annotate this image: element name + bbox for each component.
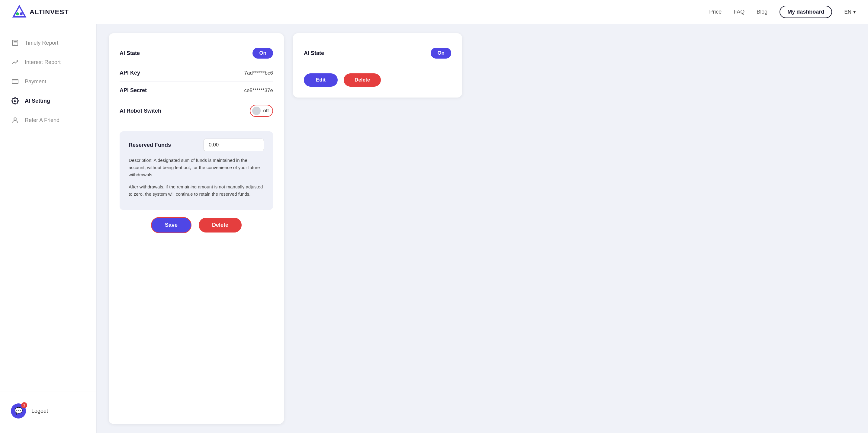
nav-faq[interactable]: FAQ xyxy=(734,9,744,15)
svg-marker-0 xyxy=(13,6,25,17)
reserved-section-bg: Reserved Funds Description: A designated… xyxy=(120,131,273,210)
layout: Timely Report Interest Report Payment xyxy=(0,24,868,433)
right-ai-state-label: AI State xyxy=(304,50,324,57)
sidebar-item-ai-setting[interactable]: AI Setting xyxy=(0,91,96,111)
ai-state-label: AI State xyxy=(120,50,140,57)
sidebar-item-label: Refer A Friend xyxy=(25,117,60,124)
reserved-description-1: Description: A designated sum of funds i… xyxy=(129,157,264,179)
svg-point-10 xyxy=(14,118,16,120)
ai-robot-row: AI Robot Switch off xyxy=(120,99,273,122)
api-key-row: API Key 7ad******bc6 xyxy=(120,64,273,82)
right-actions: Edit Delete xyxy=(304,73,451,87)
topnav: ALTINVEST Price FAQ Blog My dashboard EN… xyxy=(0,0,868,24)
card-inner: AI State On API Key 7ad******bc6 API Sec… xyxy=(109,33,284,131)
chat-icon: 💬 xyxy=(14,407,23,415)
api-secret-label: API Secret xyxy=(120,87,147,94)
reserved-funds-label: Reserved Funds xyxy=(129,142,171,148)
save-button[interactable]: Save xyxy=(151,217,191,233)
action-row: Save Delete xyxy=(109,210,284,240)
ai-state-row: AI State On xyxy=(120,42,273,64)
svg-point-2 xyxy=(20,12,23,16)
svg-point-9 xyxy=(14,100,16,102)
gear-icon xyxy=(11,97,19,105)
sidebar-item-refer-friend[interactable]: Refer A Friend xyxy=(0,111,96,130)
nav-price[interactable]: Price xyxy=(709,9,721,15)
document-icon xyxy=(11,39,19,47)
logo-text: ALTINVEST xyxy=(30,8,69,16)
toggle-circle xyxy=(252,106,261,115)
right-ai-state-row: AI State On xyxy=(304,42,451,64)
svg-rect-7 xyxy=(12,80,18,84)
sidebar-bottom: 💬 1 Logout xyxy=(0,392,96,424)
svg-point-1 xyxy=(16,12,19,16)
sidebar-item-label: AI Setting xyxy=(25,98,50,104)
reserved-funds-row: Reserved Funds xyxy=(129,138,264,151)
sidebar: Timely Report Interest Report Payment xyxy=(0,24,97,433)
main-content: AI State On API Key 7ad******bc6 API Sec… xyxy=(97,24,868,433)
logo: ALTINVEST xyxy=(12,5,69,19)
nav-links: Price FAQ Blog My dashboard EN ▾ xyxy=(709,6,856,18)
ai-state-toggle[interactable]: On xyxy=(252,48,273,59)
nav-language[interactable]: EN ▾ xyxy=(844,9,856,15)
api-key-value: 7ad******bc6 xyxy=(244,70,273,76)
sidebar-item-payment[interactable]: Payment xyxy=(0,72,96,91)
chevron-down-icon: ▾ xyxy=(853,9,856,15)
sidebar-item-interest-report[interactable]: Interest Report xyxy=(0,53,96,72)
sidebar-item-label: Payment xyxy=(25,79,46,85)
edit-button[interactable]: Edit xyxy=(304,73,338,87)
chat-bubble[interactable]: 💬 1 xyxy=(11,403,26,419)
sidebar-item-label: Timely Report xyxy=(25,40,58,46)
api-secret-value: ce5******37e xyxy=(244,88,273,94)
chart-icon xyxy=(11,58,19,66)
left-panel: AI State On API Key 7ad******bc6 API Sec… xyxy=(109,33,284,424)
logout-label: Logout xyxy=(31,408,48,414)
reserved-funds-section: Reserved Funds Description: A designated… xyxy=(109,131,284,210)
sidebar-item-timely-report[interactable]: Timely Report xyxy=(0,33,96,53)
right-card: AI State On Edit Delete xyxy=(293,33,462,97)
right-ai-state-toggle[interactable]: On xyxy=(431,48,451,59)
right-delete-button[interactable]: Delete xyxy=(344,73,381,87)
reserved-funds-input[interactable] xyxy=(204,138,264,151)
toggle-off-label: off xyxy=(263,108,271,114)
person-icon xyxy=(11,116,19,124)
card-icon xyxy=(11,77,19,86)
right-panel: AI State On Edit Delete xyxy=(293,33,462,424)
chat-badge: 1 xyxy=(21,402,27,408)
api-secret-row: API Secret ce5******37e xyxy=(120,82,273,99)
sidebar-item-label: Interest Report xyxy=(25,59,61,65)
ai-robot-label: AI Robot Switch xyxy=(120,108,161,114)
reserved-description-2: After withdrawals, if the remaining amou… xyxy=(129,183,264,198)
sidebar-logout[interactable]: 💬 1 Logout xyxy=(0,398,96,424)
api-key-label: API Key xyxy=(120,70,140,76)
nav-blog[interactable]: Blog xyxy=(756,9,768,15)
ai-robot-switch[interactable]: off xyxy=(250,105,273,117)
nav-dashboard-button[interactable]: My dashboard xyxy=(779,6,832,18)
logo-icon xyxy=(12,5,27,19)
delete-button[interactable]: Delete xyxy=(199,218,242,233)
